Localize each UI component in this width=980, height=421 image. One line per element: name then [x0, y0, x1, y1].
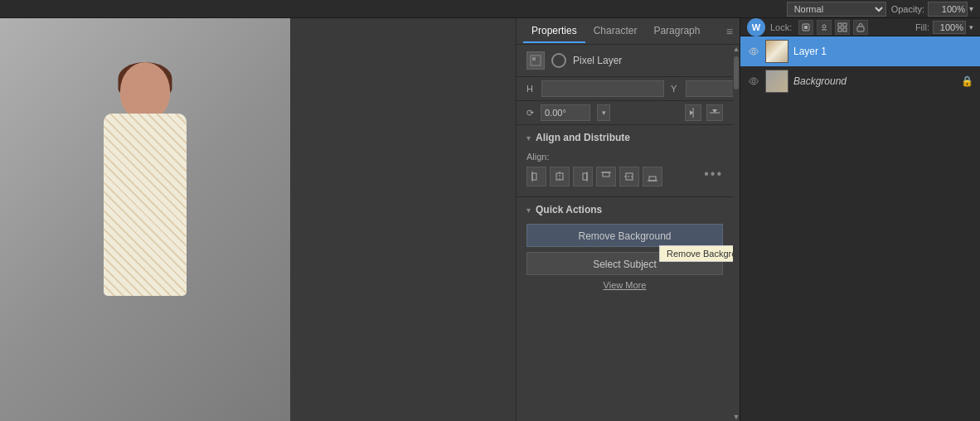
- svg-rect-20: [838, 23, 842, 27]
- canvas-image: [0, 18, 290, 421]
- align-left-button[interactable]: [526, 167, 546, 186]
- remove-background-button[interactable]: Remove Background: [526, 224, 723, 247]
- pixel-layer-label: Pixel Layer: [573, 55, 622, 66]
- svg-rect-14: [649, 177, 656, 181]
- lock-pixels-button[interactable]: [798, 20, 813, 35]
- background-visibility-icon[interactable]: [747, 75, 760, 88]
- y-field-row: Y: [671, 80, 733, 97]
- svg-rect-8: [583, 173, 587, 180]
- hw-section: H Y ▲ ▼: [517, 77, 733, 101]
- panel-menu-icon[interactable]: ≡: [726, 25, 733, 38]
- tab-properties[interactable]: Properties: [523, 20, 585, 43]
- layer1-name: Layer 1: [793, 46, 973, 57]
- scroll-arrow-bottom-icon[interactable]: ▼: [733, 413, 740, 421]
- canvas-area[interactable]: [0, 18, 516, 421]
- align-distribute-title: Align and Distribute: [536, 132, 630, 143]
- svg-point-25: [752, 50, 755, 53]
- angle-dropdown-button[interactable]: ▾: [597, 104, 610, 121]
- flip-horizontal-button[interactable]: [685, 104, 701, 121]
- angle-icon: ⟳: [526, 108, 534, 119]
- svg-rect-24: [857, 27, 864, 31]
- top-bar: Normal Multiply Screen Overlay Opacity: …: [0, 0, 980, 18]
- opacity-input[interactable]: [928, 2, 968, 17]
- h-input[interactable]: [541, 80, 664, 97]
- lock-label: Lock:: [770, 22, 792, 32]
- align-center-h-button[interactable]: [550, 167, 570, 186]
- tab-character[interactable]: Character: [585, 20, 646, 43]
- properties-panel: Properties Character Paragraph ≡: [516, 18, 740, 421]
- angle-row: ⟳ ▾: [517, 101, 733, 125]
- figure-dress-pattern: [104, 114, 187, 296]
- lock-all-button[interactable]: [853, 20, 868, 35]
- w-brand-icon: W: [747, 18, 765, 36]
- fill-label: Fill:: [915, 22, 929, 32]
- panel-tabs: Properties Character Paragraph ≡: [517, 18, 740, 45]
- y-label: Y: [671, 84, 682, 94]
- fill-arrow-icon: ▾: [969, 23, 973, 31]
- layer1-thumb-img: [766, 41, 788, 62]
- layer1-visibility-icon[interactable]: [747, 45, 760, 58]
- align-top-button[interactable]: [596, 167, 616, 186]
- blend-mode-select[interactable]: Normal Multiply Screen Overlay: [787, 2, 886, 17]
- angle-input[interactable]: [541, 104, 590, 121]
- quick-actions-title: Quick Actions: [536, 204, 602, 215]
- h-field-row: H: [526, 80, 664, 97]
- svg-rect-10: [603, 172, 609, 177]
- align-bottom-button[interactable]: [643, 167, 662, 186]
- align-more-button[interactable]: •••: [704, 167, 723, 186]
- tab-paragraph[interactable]: Paragraph: [645, 20, 708, 43]
- main-layout: Properties Character Paragraph ≡: [0, 18, 980, 421]
- layers-lock-icons: Lock:: [770, 20, 868, 35]
- svg-point-18: [822, 25, 826, 28]
- pixel-layer-adjustment-icon: [551, 53, 566, 68]
- panel-content: Pixel Layer H Y ▲ ▼: [517, 45, 733, 421]
- align-label: Align:: [526, 152, 723, 162]
- align-right-button[interactable]: [573, 167, 593, 186]
- svg-rect-4: [532, 173, 536, 180]
- layers-top-bar: W Lock:: [740, 18, 980, 36]
- pixel-layer-image-icon: [526, 51, 545, 70]
- svg-rect-1: [532, 57, 536, 60]
- lock-transform-button[interactable]: [835, 20, 850, 35]
- scroll-arrow-top-icon[interactable]: ▲: [733, 45, 740, 53]
- select-subject-button[interactable]: Select Subject: [526, 252, 723, 275]
- align-center-v-button[interactable]: [619, 167, 639, 186]
- quick-actions-header[interactable]: ▾ Quick Actions: [517, 197, 733, 220]
- layer-item-background[interactable]: Background 🔒: [740, 66, 980, 96]
- figure-head: [120, 62, 170, 120]
- scroll-thumb[interactable]: [734, 56, 739, 90]
- align-section: Align:: [517, 148, 733, 197]
- fill-input[interactable]: [933, 21, 966, 34]
- quick-actions-collapse-icon: ▾: [526, 206, 531, 215]
- svg-point-26: [752, 80, 755, 83]
- flip-vertical-button[interactable]: [706, 104, 723, 121]
- panel-scrollbar[interactable]: ▲ ▼: [733, 45, 740, 421]
- align-distribute-header[interactable]: ▾ Align and Distribute: [517, 125, 733, 148]
- y-input[interactable]: [686, 80, 733, 97]
- opacity-arrow-icon: ▾: [969, 4, 973, 13]
- background-layer-name: Background: [793, 75, 956, 87]
- pixel-layer-section: Pixel Layer: [517, 45, 733, 77]
- figure: [70, 62, 220, 410]
- background-thumbnail: [765, 70, 788, 93]
- panel-inner: Pixel Layer H Y ▲ ▼: [517, 45, 740, 421]
- align-buttons-row: •••: [526, 167, 723, 186]
- flip-icons: [685, 104, 723, 121]
- figure-body: [104, 114, 187, 296]
- align-collapse-icon: ▾: [526, 133, 531, 143]
- view-more-link[interactable]: View More: [526, 280, 723, 290]
- layer-item-layer1[interactable]: Layer 1: [740, 36, 980, 66]
- opacity-label: Opacity:: [891, 4, 924, 14]
- layer1-thumbnail: [765, 40, 788, 63]
- background-thumb-img: [766, 70, 788, 92]
- fill-section: Fill: ▾: [915, 21, 973, 34]
- svg-rect-17: [804, 26, 808, 29]
- svg-rect-22: [843, 23, 847, 27]
- layers-list: Layer 1 Background 🔒: [740, 36, 980, 421]
- lock-position-button[interactable]: [817, 20, 832, 35]
- svg-rect-21: [843, 28, 847, 31]
- background-lock-icon: 🔒: [961, 75, 973, 87]
- h-label: H: [526, 84, 538, 94]
- quick-actions-section: Remove Background Select Subject Remove …: [517, 220, 733, 297]
- layers-panel: W Lock:: [740, 18, 980, 421]
